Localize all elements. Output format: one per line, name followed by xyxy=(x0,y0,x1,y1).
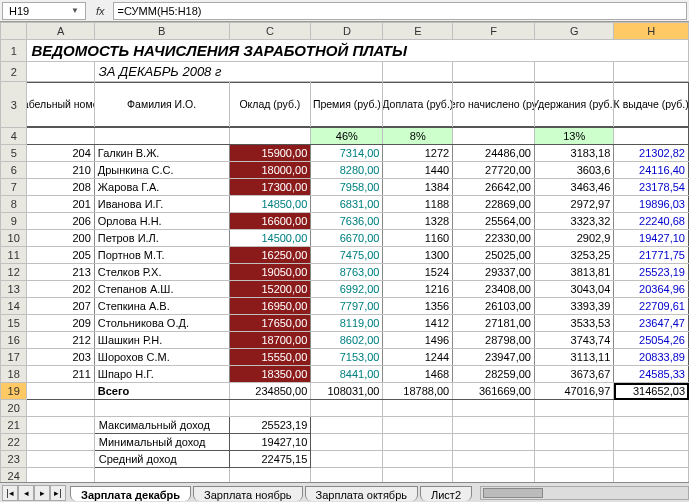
cell-payout[interactable]: 20833,89 xyxy=(614,349,689,366)
cell-addpay[interactable]: 1412 xyxy=(383,315,453,332)
name-box[interactable]: H19 ▼ xyxy=(2,2,86,20)
cell-tabno[interactable]: 209 xyxy=(27,315,94,332)
cell-salary[interactable]: 15550,00 xyxy=(229,349,311,366)
row-header[interactable]: 9 xyxy=(1,213,27,230)
cell-total[interactable]: 23947,00 xyxy=(453,349,535,366)
row-header[interactable]: 10 xyxy=(1,230,27,247)
sheet-tab-sheet2[interactable]: Лист2 xyxy=(420,486,472,501)
cell-tabno[interactable]: 205 xyxy=(27,247,94,264)
cell-total[interactable]: 27181,00 xyxy=(453,315,535,332)
cell[interactable] xyxy=(453,434,535,451)
cell-bonus[interactable]: 8441,00 xyxy=(311,366,383,383)
stat-min-label[interactable]: Минимальный доход xyxy=(94,434,229,451)
cell-salary[interactable]: 18000,00 xyxy=(229,162,311,179)
cell-addpay[interactable]: 1468 xyxy=(383,366,453,383)
sheet-tab-december[interactable]: Зарплата декабрь xyxy=(70,486,191,501)
cell-tabno[interactable]: 206 xyxy=(27,213,94,230)
cell-deduct[interactable]: 2902,9 xyxy=(534,230,613,247)
subtitle-cell[interactable]: ЗА ДЕКАБРЬ 2008 г xyxy=(94,62,383,82)
cell-name[interactable]: Иванова И.Г. xyxy=(94,196,229,213)
stat-avg-label[interactable]: Средний доход xyxy=(94,451,229,468)
cell-addpay[interactable]: 1524 xyxy=(383,264,453,281)
cell-deduct[interactable]: 3323,32 xyxy=(534,213,613,230)
cell-salary[interactable]: 14500,00 xyxy=(229,230,311,247)
select-all-corner[interactable] xyxy=(1,23,27,40)
cell[interactable] xyxy=(311,417,383,434)
cell[interactable] xyxy=(453,417,535,434)
hdr-salary[interactable]: Оклад (руб.) xyxy=(229,82,311,128)
cell-addpay[interactable]: 1328 xyxy=(383,213,453,230)
col-header[interactable]: H xyxy=(614,23,689,40)
cell-tabno[interactable]: 202 xyxy=(27,281,94,298)
cell-name[interactable]: Орлова Н.Н. xyxy=(94,213,229,230)
cell-payout[interactable]: 22240,68 xyxy=(614,213,689,230)
cell-deduct[interactable]: 3043,04 xyxy=(534,281,613,298)
scroll-thumb[interactable] xyxy=(483,488,543,498)
row-header[interactable]: 16 xyxy=(1,332,27,349)
cell-tabno[interactable]: 213 xyxy=(27,264,94,281)
cell-bonus[interactable]: 8119,00 xyxy=(311,315,383,332)
cell[interactable] xyxy=(27,128,94,145)
cell-payout[interactable]: 21302,82 xyxy=(614,145,689,162)
cell-addpay[interactable]: 1496 xyxy=(383,332,453,349)
cell[interactable] xyxy=(453,451,535,468)
row-header[interactable]: 18 xyxy=(1,366,27,383)
row-header[interactable]: 7 xyxy=(1,179,27,196)
cell[interactable] xyxy=(534,62,613,82)
cell-total[interactable]: 26103,00 xyxy=(453,298,535,315)
cell[interactable] xyxy=(311,451,383,468)
cell-payout[interactable]: 19896,03 xyxy=(614,196,689,213)
cell-salary[interactable]: 18350,00 xyxy=(229,366,311,383)
hdr-tabno[interactable]: Табельный номер xyxy=(27,82,94,128)
cell[interactable] xyxy=(534,400,613,417)
cell-total[interactable]: 26642,00 xyxy=(453,179,535,196)
cell-total[interactable]: 24486,00 xyxy=(453,145,535,162)
cell-salary[interactable]: 18700,00 xyxy=(229,332,311,349)
sheet-tab-november[interactable]: Зарплата ноябрь xyxy=(193,486,303,501)
hdr-bonus[interactable]: Премия (руб.) xyxy=(311,82,383,128)
cell-addpay[interactable]: 1244 xyxy=(383,349,453,366)
cell-deduct[interactable]: 3603,6 xyxy=(534,162,613,179)
horizontal-scrollbar[interactable] xyxy=(480,486,689,500)
row-header[interactable]: 23 xyxy=(1,451,27,468)
dropdown-icon[interactable]: ▼ xyxy=(71,6,79,15)
cell-bonus[interactable]: 6992,00 xyxy=(311,281,383,298)
row-header[interactable]: 19 xyxy=(1,383,27,400)
row-header[interactable]: 12 xyxy=(1,264,27,281)
row-header[interactable]: 11 xyxy=(1,247,27,264)
cell-name[interactable]: Стольникова О.Д. xyxy=(94,315,229,332)
cell-addpay[interactable]: 1188 xyxy=(383,196,453,213)
cell[interactable] xyxy=(614,417,689,434)
hdr-name[interactable]: Фамилия И.О. xyxy=(94,82,229,128)
sheet-tab-october[interactable]: Зарплата октябрь xyxy=(305,486,418,501)
pct-bonus[interactable]: 46% xyxy=(311,128,383,145)
row-header[interactable]: 5 xyxy=(1,145,27,162)
cell-name[interactable]: Степкина А.В. xyxy=(94,298,229,315)
tab-prev-icon[interactable]: ◂ xyxy=(18,485,34,501)
cell-tabno[interactable]: 201 xyxy=(27,196,94,213)
cell[interactable] xyxy=(614,128,689,145)
cell-addpay[interactable]: 1384 xyxy=(383,179,453,196)
cell-deduct[interactable]: 3743,74 xyxy=(534,332,613,349)
cell-name[interactable]: Дрынкина С.С. xyxy=(94,162,229,179)
cell[interactable] xyxy=(27,400,94,417)
cell-addpay[interactable]: 1160 xyxy=(383,230,453,247)
cell-bonus[interactable]: 8602,00 xyxy=(311,332,383,349)
row-header[interactable]: 15 xyxy=(1,315,27,332)
cell[interactable] xyxy=(94,400,229,417)
cell-addpay[interactable]: 1356 xyxy=(383,298,453,315)
cell-name[interactable]: Жарова Г.А. xyxy=(94,179,229,196)
hdr-addpay[interactable]: Доплата (руб.) xyxy=(383,82,453,128)
title-cell[interactable]: ВЕДОМОСТЬ НАЧИСЛЕНИЯ ЗАРАБОТНОЙ ПЛАТЫ xyxy=(27,40,689,62)
cell[interactable] xyxy=(27,62,94,82)
tab-last-icon[interactable]: ▸| xyxy=(50,485,66,501)
cell-payout[interactable]: 23647,47 xyxy=(614,315,689,332)
cell-payout[interactable]: 25523,19 xyxy=(614,264,689,281)
cell-addpay[interactable]: 1300 xyxy=(383,247,453,264)
cell-total[interactable]: 22869,00 xyxy=(453,196,535,213)
cell[interactable] xyxy=(311,400,383,417)
row-header[interactable]: 21 xyxy=(1,417,27,434)
cell-salary[interactable]: 16250,00 xyxy=(229,247,311,264)
cell[interactable] xyxy=(229,400,311,417)
totals-total[interactable]: 361669,00 xyxy=(453,383,535,400)
